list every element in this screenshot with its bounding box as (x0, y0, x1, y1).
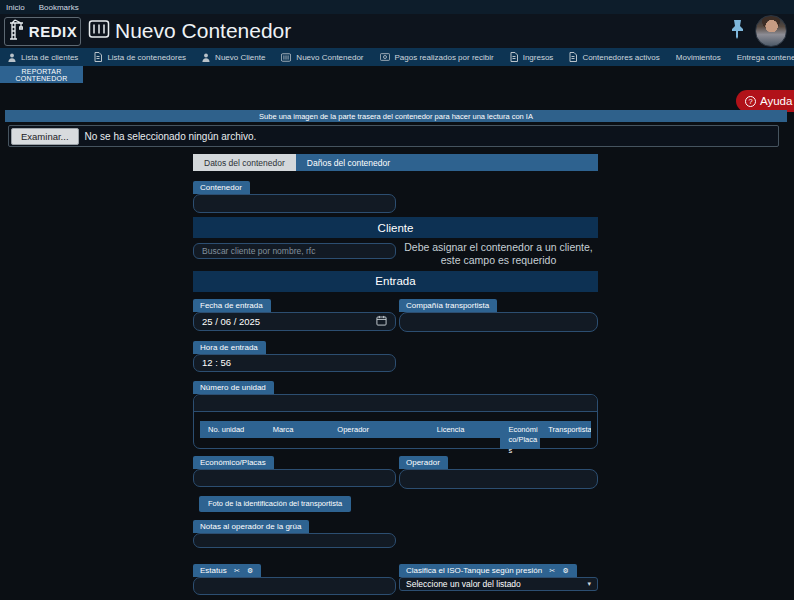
scissors-icon[interactable]: ✂ (234, 567, 240, 574)
nav-entrega-contenedores[interactable]: Entrega contenedores (737, 53, 794, 62)
tab-danos-del-contenedor[interactable]: Daños del contenedor (296, 154, 401, 171)
iso-tanque-label: Clasifica el ISO-Tanque según presión ✂ … (399, 564, 577, 577)
file-upload-field: Examinar... No se ha seleccionado ningún… (8, 125, 779, 147)
upload-banner: Sube una imagen de la parte trasera del … (5, 110, 787, 122)
document-icon (94, 52, 102, 62)
app-header: REDIX Nuevo Contenedor (0, 14, 794, 48)
gear-icon[interactable]: ⚙ (247, 567, 253, 574)
contenedor-input[interactable] (193, 194, 396, 213)
ayuda-button[interactable]: ? Ayuda (736, 90, 794, 112)
header-right (730, 15, 794, 47)
logo-text: REDIX (29, 23, 77, 40)
compania-transportista-label: Compañía transportista (399, 299, 497, 312)
examinar-button[interactable]: Examinar... (11, 128, 79, 145)
estatus-input[interactable] (193, 577, 396, 595)
person-icon (202, 53, 210, 62)
gear-icon[interactable]: ⚙ (562, 567, 568, 574)
page-title: Nuevo Contenedor (115, 19, 291, 43)
document-icon (569, 52, 577, 62)
iso-tanque-select-value: Seleccione un valor del listado (406, 579, 521, 589)
col-licencia: Licencia (429, 421, 501, 438)
nav-movimientos[interactable]: Movimientos (676, 53, 721, 62)
numero-unidad-input[interactable] (194, 395, 597, 412)
col-economico-placas: Económico/Placas (500, 421, 540, 449)
crane-icon (8, 18, 25, 44)
fecha-entrada-input[interactable]: 25 / 06 / 2025 (193, 312, 396, 331)
economico-placas-input[interactable] (193, 469, 396, 487)
nav-label: Contenedores activos (582, 53, 659, 62)
tab-bar: Datos del contenedor Daños del contenedo… (193, 154, 598, 171)
tab-datos-del-contenedor[interactable]: Datos del contenedor (193, 154, 296, 171)
buscar-cliente-input[interactable] (193, 243, 396, 259)
no-file-text: No se ha seleccionado ningún archivo. (85, 131, 257, 142)
nav-label: Lista de clientes (21, 53, 78, 62)
user-avatar[interactable] (755, 15, 787, 47)
estatus-label-text: Estatus (200, 566, 227, 575)
hora-entrada-value: 12 : 56 (202, 357, 231, 368)
fecha-entrada-label: Fecha de entrada (193, 299, 271, 312)
help-icon: ? (745, 96, 756, 107)
hora-entrada-input[interactable]: 12 : 56 (193, 354, 396, 372)
nav-lista-de-contenedores[interactable]: Lista de contenedores (94, 52, 186, 62)
notas-operador-input[interactable] (193, 533, 396, 548)
compania-transportista-input[interactable] (399, 312, 598, 332)
col-no-unidad: No. unidad (200, 421, 265, 438)
contenedor-label: Contenedor (193, 181, 250, 194)
nav-label: Lista de contenedores (107, 53, 186, 62)
col-transportista: Transportista (540, 421, 591, 438)
container-icon (88, 18, 110, 44)
numero-unidad-label: Número de unidad (193, 381, 274, 394)
nav-nuevo-cliente[interactable]: Nuevo Cliente (202, 53, 265, 62)
economico-placas-label: Económico/Placas (193, 456, 274, 469)
hora-entrada-label: Hora de entrada (193, 341, 266, 354)
chevron-down-icon: ▾ (587, 580, 591, 588)
iso-tanque-select[interactable]: Seleccione un valor del listado ▾ (399, 577, 598, 591)
nav-label: Nuevo Cliente (215, 53, 265, 62)
nav-pagos-realizados[interactable]: Pagos realizados por recibir (380, 53, 494, 62)
reportar-contenedor-button[interactable]: REPORTAR CONTENEDOR (0, 66, 83, 83)
nav-label: Pagos realizados por recibir (395, 53, 494, 62)
cliente-required-note: Debe asignar el contenedor a un cliente,… (399, 240, 598, 267)
menu-inicio[interactable]: Inicio (6, 3, 25, 12)
container-icon (281, 53, 291, 62)
app-window: Inicio Bookmarks REDIX Nuevo Contenedor (0, 0, 794, 600)
operador-input[interactable] (399, 469, 598, 489)
unidades-table-header: No. unidad Marca Operador Licencia Econó… (200, 421, 591, 449)
nav-label: Entrega contenedores (737, 53, 794, 62)
nav-label: Movimientos (676, 53, 721, 62)
menu-bar: Inicio Bookmarks (0, 0, 794, 14)
nav-label: Nuevo Contenedor (296, 53, 363, 62)
pin-icon[interactable] (730, 19, 745, 43)
notas-operador-label: Notas al operador de la grúa (193, 520, 309, 533)
operador-label: Operador (399, 456, 448, 469)
col-operador: Operador (329, 421, 428, 438)
ayuda-label: Ayuda (760, 95, 792, 107)
scissors-icon[interactable]: ✂ (549, 567, 555, 574)
nav-nuevo-contenedor[interactable]: Nuevo Contenedor (281, 53, 363, 62)
nav-lista-de-clientes[interactable]: Lista de clientes (8, 53, 78, 62)
cash-icon (380, 53, 390, 61)
redix-logo[interactable]: REDIX (4, 17, 81, 46)
form-column: Datos del contenedor Daños del contenedo… (193, 154, 598, 600)
cliente-section-header: Cliente (193, 217, 598, 238)
nav-label: Ingresos (523, 53, 554, 62)
nav-bar: Lista de clientes Lista de contenedores … (0, 48, 794, 66)
col-marca: Marca (265, 421, 330, 438)
calendar-icon (376, 315, 387, 328)
iso-tanque-label-text: Clasifica el ISO-Tanque según presión (406, 566, 542, 575)
entrada-section-header: Entrada (193, 271, 598, 292)
unidades-table: No. unidad Marca Operador Licencia Econó… (193, 394, 598, 449)
nav-contenedores-activos[interactable]: Contenedores activos (569, 52, 659, 62)
document-icon (510, 52, 518, 62)
nav-ingresos[interactable]: Ingresos (510, 52, 554, 62)
person-icon (8, 53, 16, 62)
menu-bookmarks[interactable]: Bookmarks (39, 3, 79, 12)
foto-identificacion-button[interactable]: Foto de la identificación del transporti… (199, 496, 351, 512)
fecha-entrada-value: 25 / 06 / 2025 (202, 316, 260, 327)
estatus-label: Estatus ✂ ⚙ (193, 564, 261, 577)
